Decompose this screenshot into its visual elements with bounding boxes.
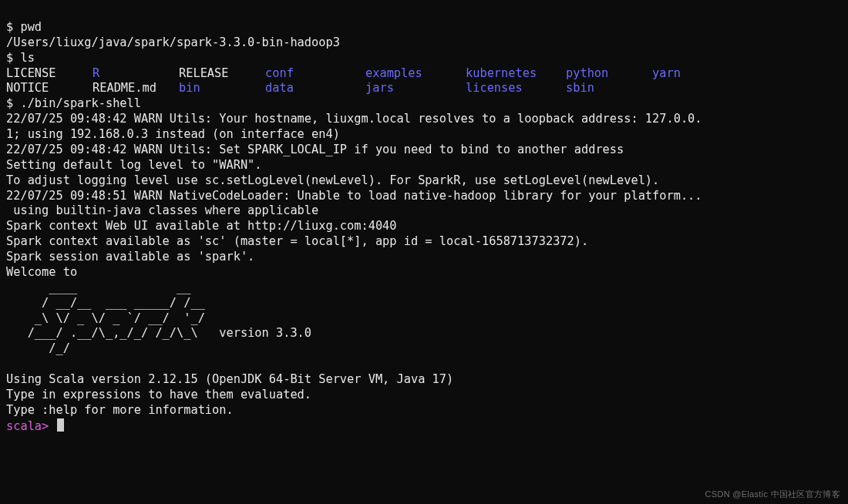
ls-entry: yarn xyxy=(652,66,739,82)
ls-entry: conf xyxy=(265,66,365,82)
ls-output: LICENSERRELEASEconfexampleskubernetespyt… xyxy=(6,66,842,97)
prompt-symbol: $ xyxy=(6,96,13,110)
terminal-window[interactable]: $ pwd /Users/liuxg/java/spark/spark-3.3.… xyxy=(0,0,848,504)
prompt-symbol: $ xyxy=(6,20,13,34)
ls-entry: kubernetes xyxy=(466,66,566,82)
ls-entry: data xyxy=(265,81,365,96)
spark-ascii-logo: ____ __ / __/__ ___ _____/ /__ _\ \/ _ \… xyxy=(6,281,842,357)
pwd-output: /Users/liuxg/java/spark/spark-3.3.0-bin-… xyxy=(6,35,340,49)
cursor-block xyxy=(57,418,64,432)
scala-prompt[interactable]: scala> xyxy=(6,419,49,433)
command-pwd: pwd xyxy=(20,20,42,34)
spark-footer-output: Using Scala version 2.12.15 (OpenJDK 64-… xyxy=(6,357,842,418)
prompt-symbol: $ xyxy=(6,51,13,65)
ls-entry: python xyxy=(566,66,652,82)
ls-entry: bin xyxy=(179,81,265,96)
spark-shell-output: 22/07/25 09:48:42 WARN Utils: Your hostn… xyxy=(6,112,842,281)
ls-entry: licenses xyxy=(466,81,566,96)
ls-entry: RELEASE xyxy=(179,66,265,82)
ls-entry: README.md xyxy=(93,81,179,96)
ls-entry: NOTICE xyxy=(6,81,93,96)
ls-entry xyxy=(652,81,739,96)
ls-entry: R xyxy=(93,66,179,82)
ls-entry: LICENSE xyxy=(6,66,93,82)
command-spark-shell: ./bin/spark-shell xyxy=(20,96,141,110)
command-ls: ls xyxy=(20,51,34,65)
ls-entry: sbin xyxy=(566,81,652,96)
ls-entry: jars xyxy=(365,81,466,96)
ls-entry: examples xyxy=(365,66,466,82)
watermark-text: CSDN @Elastic 中国社区官方博客 xyxy=(705,489,840,499)
